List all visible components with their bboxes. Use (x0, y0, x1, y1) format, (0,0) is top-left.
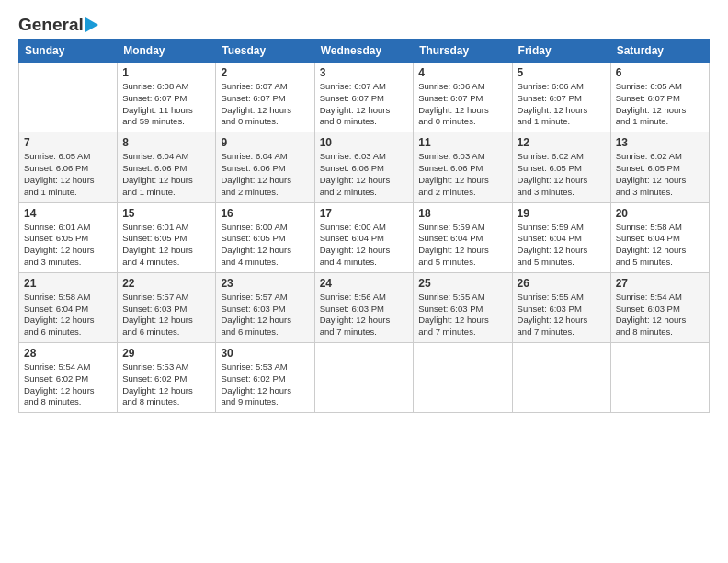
col-header-thursday: Thursday (414, 40, 512, 63)
week-row: 28Sunrise: 5:54 AM Sunset: 6:02 PM Dayli… (19, 343, 710, 413)
day-info: Sunrise: 6:01 AM Sunset: 6:05 PM Dayligh… (122, 222, 210, 269)
day-info: Sunrise: 5:54 AM Sunset: 6:02 PM Dayligh… (24, 362, 112, 408)
calendar-cell: 12Sunrise: 6:02 AM Sunset: 6:05 PM Dayli… (512, 132, 610, 202)
calendar-cell: 7Sunrise: 6:05 AM Sunset: 6:06 PM Daylig… (19, 132, 118, 202)
day-info: Sunrise: 5:54 AM Sunset: 6:03 PM Dayligh… (616, 292, 704, 339)
day-info: Sunrise: 5:56 AM Sunset: 6:03 PM Dayligh… (320, 292, 409, 339)
day-info: Sunrise: 5:55 AM Sunset: 6:03 PM Dayligh… (418, 292, 506, 339)
week-row: 1Sunrise: 6:08 AM Sunset: 6:07 PM Daylig… (19, 63, 710, 132)
calendar-cell: 19Sunrise: 5:59 AM Sunset: 6:04 PM Dayli… (512, 202, 610, 272)
calendar-cell (610, 343, 709, 413)
logo: General (18, 15, 98, 33)
day-number: 26 (518, 277, 606, 290)
calendar: SundayMondayTuesdayWednesdayThursdayFrid… (18, 39, 710, 413)
day-number: 14 (24, 207, 112, 220)
day-number: 12 (518, 136, 606, 149)
calendar-cell: 9Sunrise: 6:04 AM Sunset: 6:06 PM Daylig… (216, 132, 314, 202)
day-number: 2 (221, 66, 309, 79)
calendar-cell: 8Sunrise: 6:04 AM Sunset: 6:06 PM Daylig… (118, 132, 216, 202)
day-number: 11 (418, 136, 506, 149)
day-info: Sunrise: 5:53 AM Sunset: 6:02 PM Dayligh… (221, 362, 309, 408)
day-number: 10 (320, 136, 409, 149)
calendar-cell: 5Sunrise: 6:06 AM Sunset: 6:07 PM Daylig… (512, 63, 610, 132)
calendar-cell: 15Sunrise: 6:01 AM Sunset: 6:05 PM Dayli… (118, 202, 216, 272)
day-number: 8 (122, 136, 210, 149)
day-info: Sunrise: 6:07 AM Sunset: 6:07 PM Dayligh… (221, 81, 309, 128)
day-number: 16 (221, 207, 309, 220)
day-number: 30 (221, 347, 309, 360)
week-row: 14Sunrise: 6:01 AM Sunset: 6:05 PM Dayli… (19, 202, 710, 272)
day-number: 9 (221, 136, 309, 149)
calendar-cell: 21Sunrise: 5:58 AM Sunset: 6:04 PM Dayli… (19, 272, 118, 342)
day-number: 17 (320, 207, 409, 220)
day-info: Sunrise: 6:04 AM Sunset: 6:06 PM Dayligh… (122, 151, 210, 198)
day-info: Sunrise: 6:04 AM Sunset: 6:06 PM Dayligh… (221, 151, 309, 198)
calendar-cell: 3Sunrise: 6:07 AM Sunset: 6:07 PM Daylig… (314, 63, 414, 132)
day-number: 24 (320, 277, 409, 290)
day-info: Sunrise: 6:06 AM Sunset: 6:07 PM Dayligh… (418, 81, 506, 128)
calendar-cell: 28Sunrise: 5:54 AM Sunset: 6:02 PM Dayli… (19, 343, 118, 413)
page: General SundayMondayTuesdayWednesdayThur… (0, 0, 728, 563)
day-number: 13 (616, 136, 704, 149)
calendar-cell: 2Sunrise: 6:07 AM Sunset: 6:07 PM Daylig… (216, 63, 314, 132)
calendar-cell: 25Sunrise: 5:55 AM Sunset: 6:03 PM Dayli… (414, 272, 512, 342)
day-info: Sunrise: 6:00 AM Sunset: 6:05 PM Dayligh… (221, 222, 309, 269)
day-number: 20 (616, 207, 704, 220)
day-info: Sunrise: 6:02 AM Sunset: 6:05 PM Dayligh… (616, 151, 704, 198)
calendar-body: 1Sunrise: 6:08 AM Sunset: 6:07 PM Daylig… (19, 63, 710, 413)
day-info: Sunrise: 6:03 AM Sunset: 6:06 PM Dayligh… (320, 151, 409, 198)
day-number: 23 (221, 277, 309, 290)
day-info: Sunrise: 6:08 AM Sunset: 6:07 PM Dayligh… (122, 81, 210, 128)
day-number: 5 (518, 66, 606, 79)
calendar-cell: 27Sunrise: 5:54 AM Sunset: 6:03 PM Dayli… (610, 272, 709, 342)
day-info: Sunrise: 6:05 AM Sunset: 6:07 PM Dayligh… (616, 81, 704, 128)
day-info: Sunrise: 6:05 AM Sunset: 6:06 PM Dayligh… (24, 151, 112, 198)
day-number: 18 (418, 207, 506, 220)
day-info: Sunrise: 5:59 AM Sunset: 6:04 PM Dayligh… (518, 222, 606, 269)
calendar-cell (414, 343, 512, 413)
day-number: 7 (24, 136, 112, 149)
col-header-friday: Friday (512, 40, 610, 63)
calendar-cell: 10Sunrise: 6:03 AM Sunset: 6:06 PM Dayli… (314, 132, 414, 202)
col-header-wednesday: Wednesday (314, 40, 414, 63)
day-number: 28 (24, 347, 112, 360)
col-header-monday: Monday (118, 40, 216, 63)
day-number: 6 (616, 66, 704, 79)
day-number: 21 (24, 277, 112, 290)
calendar-cell: 18Sunrise: 5:59 AM Sunset: 6:04 PM Dayli… (414, 202, 512, 272)
calendar-cell: 1Sunrise: 6:08 AM Sunset: 6:07 PM Daylig… (118, 63, 216, 132)
day-info: Sunrise: 6:02 AM Sunset: 6:05 PM Dayligh… (518, 151, 606, 198)
calendar-cell: 29Sunrise: 5:53 AM Sunset: 6:02 PM Dayli… (118, 343, 216, 413)
day-number: 22 (122, 277, 210, 290)
day-info: Sunrise: 6:06 AM Sunset: 6:07 PM Dayligh… (518, 81, 606, 128)
calendar-cell (314, 343, 414, 413)
calendar-cell: 20Sunrise: 5:58 AM Sunset: 6:04 PM Dayli… (610, 202, 709, 272)
day-info: Sunrise: 5:53 AM Sunset: 6:02 PM Dayligh… (122, 362, 210, 408)
calendar-header: SundayMondayTuesdayWednesdayThursdayFrid… (19, 40, 710, 63)
calendar-cell: 30Sunrise: 5:53 AM Sunset: 6:02 PM Dayli… (216, 343, 314, 413)
day-info: Sunrise: 5:59 AM Sunset: 6:04 PM Dayligh… (418, 222, 506, 269)
day-number: 4 (418, 66, 506, 79)
day-number: 19 (518, 207, 606, 220)
calendar-cell: 23Sunrise: 5:57 AM Sunset: 6:03 PM Dayli… (216, 272, 314, 342)
day-info: Sunrise: 5:55 AM Sunset: 6:03 PM Dayligh… (518, 292, 606, 339)
day-number: 1 (122, 66, 210, 79)
calendar-cell: 6Sunrise: 6:05 AM Sunset: 6:07 PM Daylig… (610, 63, 709, 132)
calendar-cell (512, 343, 610, 413)
day-number: 15 (122, 207, 210, 220)
day-number: 29 (122, 347, 210, 360)
day-number: 25 (418, 277, 506, 290)
day-info: Sunrise: 6:07 AM Sunset: 6:07 PM Dayligh… (320, 81, 409, 128)
calendar-cell: 22Sunrise: 5:57 AM Sunset: 6:03 PM Dayli… (118, 272, 216, 342)
calendar-cell (19, 63, 118, 132)
day-number: 27 (616, 277, 704, 290)
day-info: Sunrise: 5:58 AM Sunset: 6:04 PM Dayligh… (24, 292, 112, 339)
calendar-cell: 14Sunrise: 6:01 AM Sunset: 6:05 PM Dayli… (19, 202, 118, 272)
day-info: Sunrise: 6:00 AM Sunset: 6:04 PM Dayligh… (320, 222, 409, 269)
calendar-cell: 4Sunrise: 6:06 AM Sunset: 6:07 PM Daylig… (414, 63, 512, 132)
calendar-cell: 17Sunrise: 6:00 AM Sunset: 6:04 PM Dayli… (314, 202, 414, 272)
header-row: SundayMondayTuesdayWednesdayThursdayFrid… (19, 40, 710, 63)
col-header-tuesday: Tuesday (216, 40, 314, 63)
day-info: Sunrise: 5:58 AM Sunset: 6:04 PM Dayligh… (616, 222, 704, 269)
day-info: Sunrise: 5:57 AM Sunset: 6:03 PM Dayligh… (122, 292, 210, 339)
